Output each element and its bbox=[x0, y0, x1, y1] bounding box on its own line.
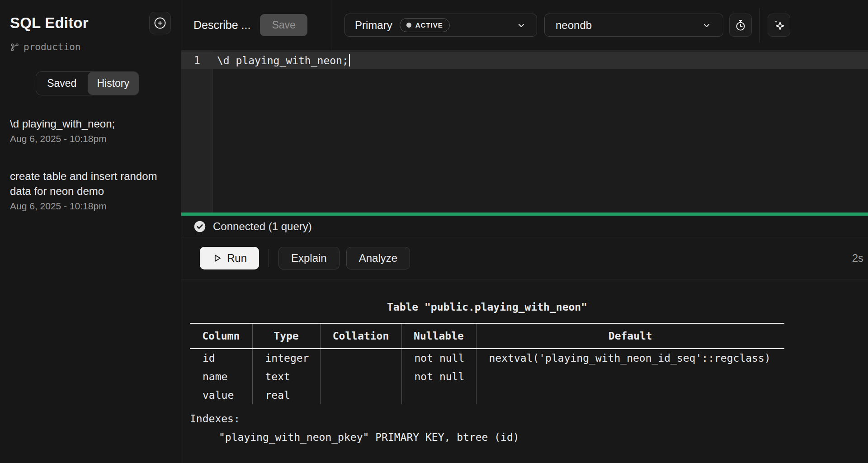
cell bbox=[476, 386, 784, 404]
cell: integer bbox=[252, 349, 320, 367]
connection-statusbar: Connected (1 query) bbox=[181, 216, 868, 237]
cell: real bbox=[252, 386, 320, 404]
column-header: Column bbox=[190, 323, 252, 349]
column-header: Type bbox=[252, 323, 320, 349]
index-definition: "playing_with_neon_pkey" PRIMARY KEY, bt… bbox=[190, 428, 868, 447]
history-item-date: Aug 6, 2025 - 10:18pm bbox=[10, 201, 171, 212]
status-dot bbox=[406, 23, 411, 28]
database-select[interactable]: neondb bbox=[544, 14, 723, 37]
stopwatch-icon bbox=[734, 19, 747, 32]
cell: text bbox=[252, 367, 320, 386]
play-icon bbox=[212, 253, 222, 263]
history-list: \d playing_with_neon; Aug 6, 2025 - 10:1… bbox=[10, 116, 171, 212]
cell: nextval('playing_with_neon_id_seq'::regc… bbox=[476, 349, 784, 367]
topbar: Describe ... Save Primary ACTIVE neondb bbox=[181, 0, 868, 51]
history-item-title: create table and insert random data for … bbox=[10, 169, 171, 198]
new-query-button[interactable] bbox=[149, 12, 171, 34]
query-history-timer-button[interactable] bbox=[729, 14, 752, 37]
editor-active-line: 1 \d playing_with_neon; bbox=[181, 52, 868, 69]
branch-name: production bbox=[24, 42, 80, 52]
connection-status-text: Connected (1 query) bbox=[213, 220, 312, 233]
table-row: value real bbox=[190, 386, 784, 404]
table-row: name text not null bbox=[190, 367, 784, 386]
result-table: Column Type Collation Nullable Default i… bbox=[190, 323, 784, 404]
result-header-row: Column Type Collation Nullable Default bbox=[190, 323, 784, 349]
line-number: 1 bbox=[181, 54, 213, 66]
run-button[interactable]: Run bbox=[200, 247, 259, 269]
column-header: Nullable bbox=[401, 323, 476, 349]
branch-select-value: Primary bbox=[355, 19, 392, 32]
page-title: SQL Editor bbox=[10, 12, 89, 32]
sql-editor-app: SQL Editor production Saved History bbox=[0, 0, 868, 463]
git-branch-icon bbox=[10, 43, 19, 52]
cell: not null bbox=[401, 367, 476, 386]
database-select-value: neondb bbox=[556, 19, 592, 32]
cell bbox=[320, 349, 401, 367]
column-header: Default bbox=[476, 323, 784, 349]
chevron-down-icon bbox=[516, 20, 527, 31]
tab-history[interactable]: History bbox=[88, 72, 139, 95]
cell: not null bbox=[401, 349, 476, 367]
cell bbox=[401, 386, 476, 404]
tab-saved[interactable]: Saved bbox=[36, 72, 88, 95]
check-circle-icon bbox=[193, 220, 206, 233]
topbar-divider bbox=[760, 8, 760, 43]
history-item[interactable]: \d playing_with_neon; Aug 6, 2025 - 10:1… bbox=[10, 116, 171, 144]
plus-circle-icon bbox=[153, 16, 167, 30]
cell: name bbox=[190, 367, 252, 386]
branch-indicator: production bbox=[10, 42, 171, 52]
sidebar: SQL Editor production Saved History bbox=[0, 0, 181, 463]
text-cursor bbox=[349, 54, 350, 66]
history-item-title: \d playing_with_neon; bbox=[10, 116, 171, 131]
indexes-label: Indexes: bbox=[190, 410, 868, 428]
editor-gutter bbox=[181, 51, 213, 213]
indexes-block: Indexes: "playing_with_neon_pkey" PRIMAR… bbox=[190, 410, 868, 447]
ai-assist-button[interactable] bbox=[768, 14, 790, 37]
cell: id bbox=[190, 349, 252, 367]
pane-resize-handle[interactable] bbox=[181, 213, 868, 216]
main-panel: Describe ... Save Primary ACTIVE neondb bbox=[181, 0, 868, 463]
history-item-date: Aug 6, 2025 - 10:18pm bbox=[10, 133, 171, 144]
sparkle-icon bbox=[772, 19, 786, 32]
code-line: \d playing_with_neon; bbox=[213, 54, 350, 66]
result-table-title: Table "public.playing_with_neon" bbox=[190, 301, 784, 315]
saved-history-toggle: Saved History bbox=[36, 71, 139, 95]
toolbar-divider bbox=[269, 249, 269, 267]
save-button[interactable]: Save bbox=[260, 14, 307, 36]
query-name[interactable]: Describe ... bbox=[193, 19, 250, 32]
chevron-down-icon bbox=[701, 20, 712, 31]
table-row: id integer not null nextval('playing_wit… bbox=[190, 349, 784, 367]
cell bbox=[320, 367, 401, 386]
query-toolbar: Run Explain Analyze 2s bbox=[181, 237, 868, 279]
branch-select[interactable]: Primary ACTIVE bbox=[344, 14, 537, 37]
cell bbox=[320, 386, 401, 404]
active-badge: ACTIVE bbox=[400, 18, 450, 32]
active-badge-label: ACTIVE bbox=[415, 21, 443, 29]
explain-button[interactable]: Explain bbox=[278, 247, 340, 269]
query-results: Table "public.playing_with_neon" Column … bbox=[181, 279, 868, 463]
cell bbox=[476, 367, 784, 386]
cell: value bbox=[190, 386, 252, 404]
history-item[interactable]: create table and insert random data for … bbox=[10, 169, 171, 212]
sidebar-header: SQL Editor bbox=[10, 12, 171, 34]
column-header: Collation bbox=[320, 323, 401, 349]
analyze-button[interactable]: Analyze bbox=[346, 247, 410, 269]
query-duration: 2s bbox=[852, 252, 863, 265]
query-name-section: Describe ... Save bbox=[181, 0, 331, 50]
sql-code-editor[interactable]: 1 \d playing_with_neon; bbox=[181, 51, 868, 213]
